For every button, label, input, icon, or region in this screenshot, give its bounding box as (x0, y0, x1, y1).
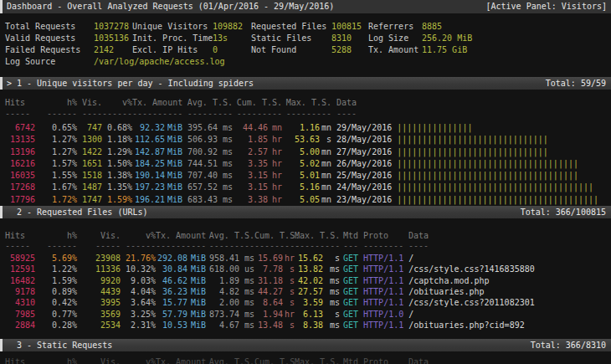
txu-cell: MiB (187, 286, 206, 297)
summary-label: Requested Files (251, 21, 331, 33)
avg-cell: 873.74 (206, 309, 239, 320)
vpct-cell: 21.76% (121, 253, 156, 264)
column-header: Proto (363, 230, 403, 241)
column-underline: ---- (336, 108, 357, 120)
maxu-cell: ms (323, 264, 340, 274)
avgu-cell: ms (239, 297, 254, 308)
hits-cell: 2884 (5, 320, 35, 331)
active-panel-marker: > (7, 77, 17, 90)
maxu-cell: ms (323, 275, 340, 286)
cumu-cell: hr (268, 170, 282, 182)
summary-row: Failed Requests2142Excl. IP Hits0Not Fou… (0, 44, 611, 56)
mtd-cell: GET (343, 275, 358, 286)
table-row[interactable]: 160351.55%15181.38%190.14MiB707.40ms3.15… (0, 170, 611, 182)
summary-label: Failed Requests (5, 44, 94, 56)
table-row[interactable]: 28840.28%25342.31%10.53MiB4.67ms13.48s8.… (0, 320, 611, 331)
max-cell: 3.59 (295, 297, 323, 308)
maxu-cell: s (323, 309, 340, 320)
summary-label: Referrers (368, 21, 422, 33)
data-cell: / (408, 253, 413, 264)
max-cell: 15.62 (295, 253, 323, 264)
vis-cell: 1747 (77, 194, 102, 206)
vpct-cell: 9.03% (121, 275, 156, 286)
summary-label: Not Found (251, 44, 331, 56)
summary-row: Valid Requests1035136Init. Proc. Time13s… (0, 33, 611, 44)
vis-cell: 9920 (77, 275, 121, 286)
summary-value: 100815 (331, 21, 368, 33)
column-header: Vis. (77, 230, 121, 241)
tx-cell: 57.79 (156, 309, 187, 320)
vpct-cell: 3.25% (121, 309, 156, 320)
panel-header-static[interactable]: 3 - Static Requests Total: 366/8310 (0, 339, 611, 351)
column-underline: -------- (363, 241, 403, 251)
vis-cell: 1651 (77, 158, 102, 170)
bars-cell: |||||||||||||||||||||||||||||| (397, 134, 548, 146)
panel-title: 2 - Requested Files (URLs) (17, 206, 148, 218)
maxu-cell: mn (320, 158, 331, 170)
vis-cell: 1422 (77, 146, 102, 158)
panel-header-visitors[interactable]: > 1 - Unique visitors per day - Includin… (0, 77, 611, 90)
hpct-cell: 0.89% (35, 286, 77, 297)
column-underline: ------ (35, 241, 77, 251)
table-row[interactable]: 131351.27%13001.18%112.65MiB506.93ms1.85… (0, 134, 611, 146)
column-underline: --------- (182, 108, 233, 120)
max-cell: 5.02 (282, 158, 320, 170)
data-cell: /obituaries.php?cid=892 (408, 320, 524, 331)
avgu-cell: ms (218, 182, 233, 193)
cum-cell: 1.85 (233, 134, 268, 146)
table-row[interactable]: 67420.65%7470.68%92.32MiB395.64ms44.46mn… (0, 122, 611, 134)
max-cell: 13.82 (295, 264, 323, 274)
table-row[interactable]: 91780.89%44394.04%36.23MiB4.82ms44.27s27… (0, 286, 611, 297)
txu-cell: MiB (165, 146, 182, 158)
cumu-cell: s (283, 286, 295, 297)
column-underline: ----- (77, 241, 121, 251)
hits-cell: 13196 (5, 146, 35, 158)
summary-value: 8310 (331, 33, 368, 44)
panel-requested-files: 2 - Requested Files (URLs) Total: 366/10… (0, 206, 611, 331)
data-cell: / (408, 309, 413, 320)
vis-cell: 4439 (77, 286, 121, 297)
table-row[interactable]: 172681.67%14871.35%197.23MiB657.52ms3.15… (0, 182, 611, 193)
avgu-cell: ms (218, 134, 233, 146)
summary-value: 8885 (422, 21, 442, 33)
panel-marker (7, 206, 17, 218)
table-row[interactable]: 177961.72%17471.59%196.21MiB683.43ms3.38… (0, 194, 611, 206)
column-header: Vis. (77, 356, 121, 364)
panel-total: Total: 366/100815 (521, 206, 606, 218)
summary-value: 109882 (213, 21, 251, 33)
hits-cell: 9178 (5, 286, 35, 297)
column-underline: ---------- (156, 241, 206, 251)
tx-cell: 190.14 (132, 170, 165, 182)
column-underline: ------ (102, 108, 132, 120)
table-row[interactable]: 164821.59%99209.03%46.62MiB1.89ms31.18s4… (0, 275, 611, 286)
tx-cell: 292.08 (156, 253, 187, 264)
max-cell: 6.13 (295, 309, 323, 320)
table-row[interactable]: 43100.42%39953.64%15.77MiB2.00ms8.64s3.5… (0, 297, 611, 308)
txu-cell: MiB (165, 134, 182, 146)
table-row[interactable]: 125911.22%1133610.32%30.84MiB618.00us7.7… (0, 264, 611, 274)
tx-cell: 142.87 (132, 146, 165, 158)
maxu-cell: ms (323, 320, 340, 331)
maxu-cell: mn (320, 182, 331, 193)
column-header: Data (336, 97, 357, 108)
table-row[interactable]: 131961.27%14221.29%142.87MiB700.92ms2.57… (0, 146, 611, 158)
summary-label: Init. Proc. Time (132, 33, 213, 44)
cum-cell: 7.78 (254, 264, 283, 274)
column-underline: ------ (121, 241, 156, 251)
table-row[interactable]: 79850.77%35693.25%57.79MiB873.74ms1.94hr… (0, 309, 611, 320)
data-cell: 26/May/2016 (336, 158, 392, 170)
column-header: Vis. (77, 97, 102, 108)
vis-cell: 1487 (77, 182, 102, 193)
table-row[interactable]: 589255.69%2390821.76%292.08MiB958.41ms15… (0, 253, 611, 264)
data-cell: /css/style.css?2011082301 (408, 297, 535, 308)
bars-cell: |||||||||||||||||||||||||||||||||||| (397, 170, 578, 182)
vis-cell: 1300 (77, 134, 102, 146)
avg-cell: 1.89 (206, 275, 239, 286)
summary-label: Unique Visitors (132, 21, 213, 33)
hpct-cell: 1.22% (35, 264, 77, 274)
column-header: h% (35, 230, 77, 241)
column-header: Hits (5, 356, 35, 364)
vis-cell: 1518 (77, 170, 102, 182)
panel-header-requests[interactable]: 2 - Requested Files (URLs) Total: 366/10… (0, 206, 611, 218)
table-row[interactable]: 162161.57%16511.50%184.25MiB744.51ms3.35… (0, 158, 611, 170)
